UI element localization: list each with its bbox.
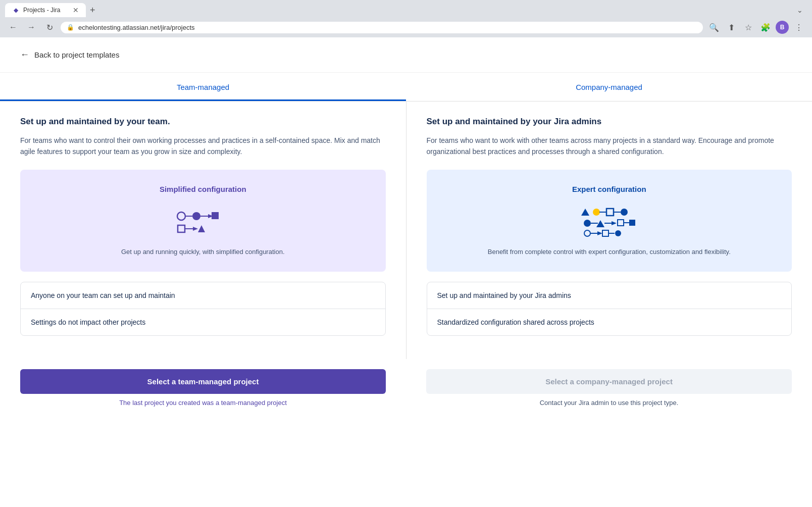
team-feature-item-2: Settings do not impact other projects <box>21 309 385 335</box>
svg-rect-6 <box>178 225 185 232</box>
svg-rect-13 <box>606 209 614 216</box>
browser-tab-active[interactable]: ◆ Projects - Jira ✕ <box>5 3 86 17</box>
company-feature-item-1: Set up and maintained by your Jira admin… <box>427 282 792 309</box>
company-card-desc: Benefit from complete control with exper… <box>437 247 782 257</box>
svg-rect-5 <box>212 212 219 219</box>
team-feature-list: Anyone on your team can set up and maint… <box>20 282 386 336</box>
team-card-title: Simplified configuration <box>30 185 376 193</box>
tab-team-managed[interactable]: Team-managed <box>0 73 406 101</box>
team-column-heading: Set up and maintained by your team. <box>20 117 386 127</box>
svg-point-11 <box>593 209 600 216</box>
forward-button[interactable]: → <box>24 20 38 34</box>
back-nav[interactable]: ← Back to project templates <box>0 37 812 73</box>
team-select-hint: The last project you created was a team-… <box>20 399 386 407</box>
url-text: echelontesting.atlassian.net/jira/projec… <box>78 24 195 31</box>
select-team-project-button[interactable]: Select a team-managed project <box>20 369 386 394</box>
svg-marker-8 <box>193 227 198 231</box>
company-column-desc: For teams who want to work with other te… <box>427 135 792 158</box>
browser-toolbar: ← → ↻ 🔒 echelontesting.atlassian.net/jir… <box>0 17 812 37</box>
select-company-project-button[interactable]: Select a company-managed project <box>426 369 792 394</box>
user-avatar[interactable]: B <box>776 21 789 34</box>
toolbar-actions: 🔍 ⬆ ☆ 🧩 B ⋮ <box>707 20 806 34</box>
tabs-container: Team-managed Company-managed <box>0 73 812 102</box>
company-bottom-col: Select a company-managed project Contact… <box>406 359 812 422</box>
browser-titlebar: ◆ Projects - Jira ✕ + ⌄ <box>0 0 812 17</box>
company-column-heading: Set up and maintained by your Jira admin… <box>427 117 792 127</box>
team-column-desc: For teams who want to control their own … <box>20 135 386 158</box>
company-diagram <box>437 204 782 239</box>
svg-marker-20 <box>612 221 617 225</box>
bookmark-icon[interactable]: ☆ <box>741 20 755 34</box>
svg-rect-21 <box>618 220 624 226</box>
team-managed-column: Set up and maintained by your team. For … <box>0 102 406 359</box>
reload-button[interactable]: ↻ <box>42 20 57 34</box>
team-diagram <box>30 204 376 239</box>
svg-rect-27 <box>602 230 608 236</box>
jira-favicon: ◆ <box>12 7 19 14</box>
back-arrow-icon: ← <box>20 49 29 60</box>
new-tab-button[interactable]: + <box>86 5 99 16</box>
search-icon[interactable]: 🔍 <box>707 20 721 34</box>
company-config-card: Expert configuration <box>427 170 792 272</box>
address-bar[interactable]: 🔒 echelontesting.atlassian.net/jira/proj… <box>61 22 703 33</box>
bottom-area: Select a team-managed project The last p… <box>0 359 812 422</box>
tab-company-managed[interactable]: Company-managed <box>406 73 812 101</box>
svg-marker-26 <box>597 231 602 235</box>
svg-point-0 <box>177 212 185 220</box>
company-feature-item-2: Standardized configuration shared across… <box>427 309 792 335</box>
team-bottom-col: Select a team-managed project The last p… <box>0 359 406 422</box>
team-feature-item-1: Anyone on your team can set up and maint… <box>21 282 385 309</box>
svg-point-29 <box>615 230 621 236</box>
company-select-hint: Contact your Jira admin to use this proj… <box>426 399 792 407</box>
svg-point-24 <box>584 230 590 236</box>
download-icon[interactable]: ⬆ <box>724 20 738 34</box>
svg-marker-10 <box>581 209 589 216</box>
svg-point-16 <box>584 220 591 227</box>
page-content: ← Back to project templates Team-managed… <box>0 37 812 507</box>
browser-chrome: ◆ Projects - Jira ✕ + ⌄ ← → ↻ 🔒 echelont… <box>0 0 812 37</box>
team-config-card: Simplified configuration <box>20 170 386 272</box>
svg-point-1 <box>192 212 200 220</box>
back-button[interactable]: ← <box>6 20 20 34</box>
company-managed-column: Set up and maintained by your Jira admin… <box>407 102 813 359</box>
svg-marker-9 <box>198 225 205 232</box>
menu-icon[interactable]: ⋮ <box>792 20 806 34</box>
tab-title: Projects - Jira <box>23 7 60 14</box>
company-card-title: Expert configuration <box>437 185 782 193</box>
svg-rect-23 <box>629 220 635 226</box>
team-card-desc: Get up and running quickly, with simplif… <box>30 247 376 257</box>
main-content: Set up and maintained by your team. For … <box>0 102 812 359</box>
company-feature-list: Set up and maintained by your Jira admin… <box>427 282 792 336</box>
browser-expand-icon[interactable]: ⌄ <box>797 6 807 14</box>
tab-close-button[interactable]: ✕ <box>73 6 79 14</box>
back-nav-label: Back to project templates <box>34 50 119 59</box>
lock-icon: 🔒 <box>67 24 74 31</box>
svg-point-15 <box>621 209 628 216</box>
extensions-icon[interactable]: 🧩 <box>758 20 773 34</box>
